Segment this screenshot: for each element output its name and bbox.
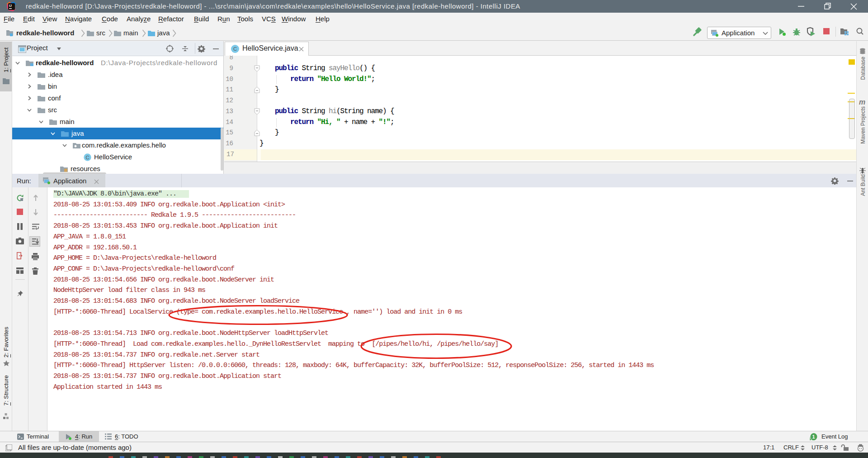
svg-text:C: C — [86, 155, 90, 160]
svg-text:C: C — [233, 46, 237, 52]
svg-text:IJ: IJ — [9, 4, 12, 7]
svg-text:1: 1 — [812, 434, 815, 439]
